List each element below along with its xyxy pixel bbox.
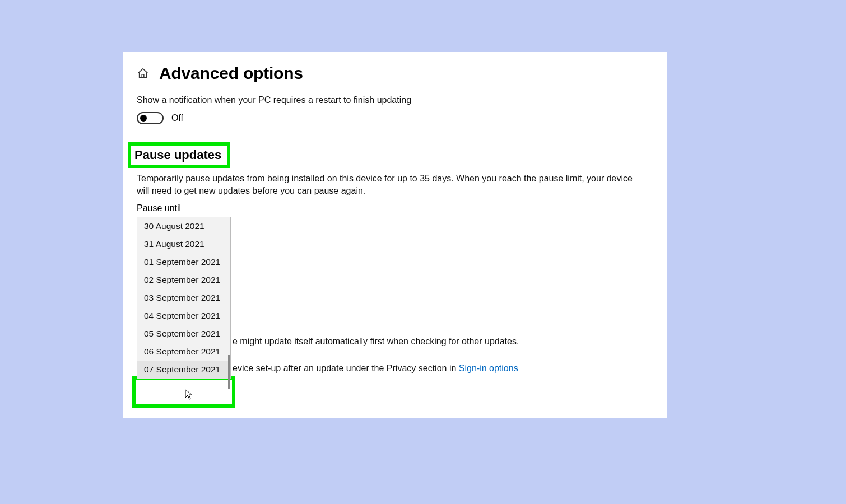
dropdown-option[interactable]: 30 August 2021 <box>137 217 230 235</box>
dropdown-option[interactable]: 02 September 2021 <box>137 271 230 289</box>
background-text-1: e might update itself automatically firs… <box>233 337 519 347</box>
cursor-icon <box>185 389 194 403</box>
pause-heading: Pause updates <box>134 148 221 162</box>
dropdown-option-selected[interactable]: 07 September 2021 <box>137 361 230 379</box>
svg-rect-0 <box>142 74 144 78</box>
toggle-state-label: Off <box>171 113 183 123</box>
settings-window: Advanced options Show a notification whe… <box>123 52 667 418</box>
dropdown-option[interactable]: 04 September 2021 <box>137 307 230 325</box>
background-text-2-prefix: evice set-up after an update under the P… <box>233 363 459 373</box>
dropdown-option[interactable]: 06 September 2021 <box>137 343 230 361</box>
pause-until-dropdown[interactable]: 30 August 2021 31 August 2021 01 Septemb… <box>137 217 231 379</box>
pause-description: Temporarily pause updates from being ins… <box>123 168 667 198</box>
header: Advanced options <box>123 52 667 87</box>
dropdown-option[interactable]: 05 September 2021 <box>137 325 230 343</box>
page-title: Advanced options <box>159 64 303 83</box>
notification-label: Show a notification when your PC require… <box>137 95 653 105</box>
notification-section: Show a notification when your PC require… <box>123 87 667 124</box>
pause-until-label: Pause until <box>123 198 667 213</box>
notification-toggle[interactable] <box>137 112 164 124</box>
background-text-2: evice set-up after an update under the P… <box>233 363 518 374</box>
dropdown-highlight-box <box>132 376 235 408</box>
dropdown-scrollbar[interactable] <box>228 355 230 389</box>
home-icon[interactable] <box>137 67 149 80</box>
toggle-knob <box>140 115 147 122</box>
notification-toggle-row: Off <box>137 112 653 124</box>
sign-in-options-link[interactable]: Sign-in options <box>459 363 518 373</box>
dropdown-option[interactable]: 31 August 2021 <box>137 235 230 253</box>
dropdown-option[interactable]: 01 September 2021 <box>137 253 230 271</box>
dropdown-option[interactable]: 03 September 2021 <box>137 289 230 307</box>
pause-heading-highlight: Pause updates <box>128 142 230 168</box>
